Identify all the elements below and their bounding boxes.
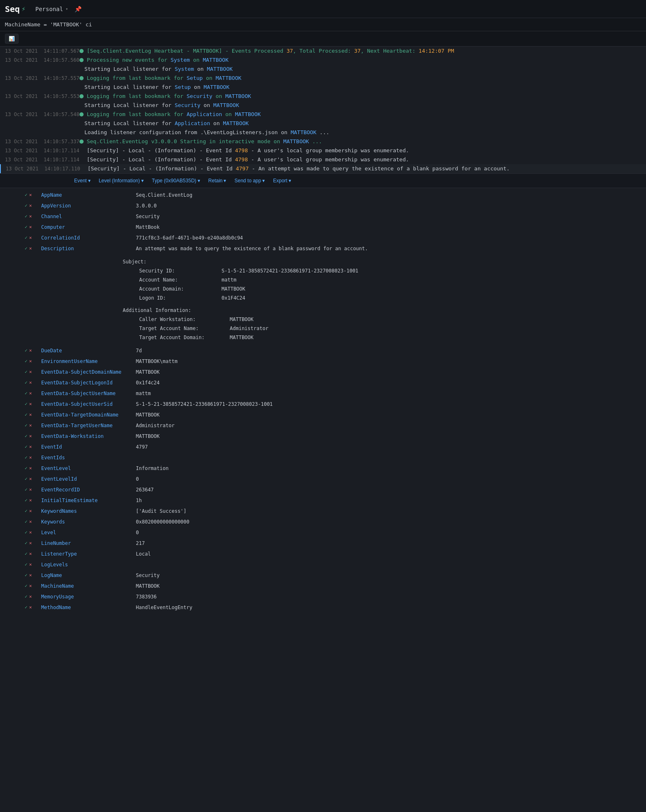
property-row[interactable]: ✓ ✕ EventLevel Information — [0, 463, 646, 474]
remove-icon[interactable]: ✕ — [29, 592, 32, 601]
remove-icon[interactable]: ✕ — [29, 201, 32, 210]
remove-icon[interactable]: ✕ — [29, 346, 32, 355]
remove-icon[interactable]: ✕ — [29, 233, 32, 242]
log-row[interactable]: 13 Oct 2021 14:10:57.553 Logging from la… — [0, 92, 646, 101]
log-row[interactable]: Starting Local listener for Setup on MAT… — [0, 83, 646, 92]
log-row[interactable]: 13 Oct 2021 14:10:57.548 Logging from la… — [0, 110, 646, 119]
remove-icon[interactable]: ✕ — [29, 244, 32, 253]
remove-icon[interactable]: ✕ — [29, 442, 32, 451]
property-row[interactable]: ✓ ✕ EventData-Workstation MATTBOOK — [0, 431, 646, 442]
property-row[interactable]: ✓ ✕ EventData-SubjectUserName mattm — [0, 388, 646, 399]
property-row[interactable]: ✓ ✕ Level 0 — [0, 527, 646, 538]
log-row-selected[interactable]: 13 Oct 2021 14:10:17.110 [Security] - Lo… — [0, 164, 646, 173]
remove-icon[interactable]: ✕ — [29, 212, 32, 221]
remove-icon[interactable]: ✕ — [29, 485, 32, 494]
property-row[interactable]: ✓ ✕ EventData-TargetDomainName MATTBOOK — [0, 409, 646, 420]
search-input[interactable] — [5, 21, 641, 28]
remove-icon[interactable]: ✕ — [29, 571, 32, 580]
property-row[interactable]: ✓ ✕ MemoryUsage 7383936 — [0, 591, 646, 602]
remove-icon[interactable]: ✕ — [29, 223, 32, 232]
log-row[interactable]: 13 Oct 2021 14:11:07.567 [Seq.Client.Eve… — [0, 47, 646, 56]
remove-icon[interactable]: ✕ — [29, 517, 32, 526]
property-row[interactable]: ✓ ✕ Description An attempt was made to q… — [0, 243, 646, 254]
export-button[interactable]: Export ▾ — [269, 176, 295, 185]
log-row[interactable]: Loading listener configuration from .\Ev… — [0, 128, 646, 137]
property-row[interactable]: ✓ ✕ MachineName MATTBOOK — [0, 581, 646, 591]
check-icon: ✓ — [25, 560, 28, 569]
property-row[interactable]: ✓ ✕ CorrelationId 771cf8c3-6adf-4671-be4… — [0, 233, 646, 243]
remove-icon[interactable]: ✕ — [29, 539, 32, 548]
check-icon: ✓ — [25, 368, 28, 377]
remove-icon[interactable]: ✕ — [29, 191, 32, 200]
send-to-app-button[interactable]: Send to app ▾ — [230, 176, 269, 185]
property-row[interactable]: ✓ ✕ DueDate 7d — [0, 345, 646, 356]
remove-icon[interactable]: ✕ — [29, 496, 32, 505]
remove-icon[interactable]: ✕ — [29, 560, 32, 569]
log-row[interactable]: 13 Oct 2021 14:10:57.557 Logging from la… — [0, 74, 646, 83]
remove-icon[interactable]: ✕ — [29, 378, 32, 387]
property-row[interactable]: ✓ ✕ EventData-TargetUserName Administrat… — [0, 420, 646, 431]
property-row[interactable]: ✓ ✕ EventId 4797 — [0, 442, 646, 452]
property-value: Security — [136, 571, 160, 580]
property-row[interactable]: ✓ ✕ EnvironmentUserName MATTBOOK\mattm — [0, 356, 646, 367]
level-filter-button[interactable]: Level (Information) ▾ — [95, 176, 148, 185]
remove-icon[interactable]: ✕ — [29, 528, 32, 537]
event-filter-button[interactable]: Event ▾ — [70, 176, 95, 185]
property-row[interactable]: ✓ ✕ EventData-SubjectUserSid S-1-5-21-38… — [0, 399, 646, 409]
workspace-selector[interactable]: Personal ▾ — [32, 4, 71, 14]
remove-icon[interactable]: ✕ — [29, 464, 32, 473]
chart-button[interactable]: 📊 — [5, 34, 19, 44]
retain-button[interactable]: Retain ▾ — [204, 176, 231, 185]
remove-icon[interactable]: ✕ — [29, 410, 32, 419]
property-row[interactable]: ✓ ✕ EventIds — [0, 452, 646, 463]
log-row[interactable]: 13 Oct 2021 14:10:17.114 [Security] - Lo… — [0, 155, 646, 164]
remove-icon[interactable]: ✕ — [29, 603, 32, 612]
remove-icon[interactable]: ✕ — [29, 400, 32, 409]
log-row[interactable]: Starting Local listener for Security on … — [0, 101, 646, 110]
remove-icon[interactable]: ✕ — [29, 453, 32, 462]
property-row[interactable]: ✓ ✕ AppName Seq.Client.EventLog — [0, 190, 646, 200]
property-row[interactable]: ✓ ✕ ListenerType Local — [0, 549, 646, 559]
pin-icon[interactable]: 📌 — [75, 6, 82, 12]
remove-icon[interactable]: ✕ — [29, 389, 32, 398]
remove-icon[interactable]: ✕ — [29, 368, 32, 377]
log-row[interactable]: 13 Oct 2021 14:10:57.560 Processing new … — [0, 56, 646, 65]
remove-icon[interactable]: ✕ — [29, 549, 32, 558]
property-row[interactable]: ✓ ✕ InitialTimeEstimate 1h — [0, 495, 646, 506]
property-row[interactable]: ✓ ✕ EventLevelId 0 — [0, 474, 646, 484]
log-message: Processing new events for System on MATT… — [87, 56, 641, 64]
property-value: MATTBOOK — [136, 432, 160, 441]
remove-icon[interactable]: ✕ — [29, 582, 32, 591]
type-filter-button[interactable]: Type (0x90AB535D) ▾ — [148, 176, 204, 185]
remove-icon[interactable]: ✕ — [29, 421, 32, 430]
remove-icon[interactable]: ✕ — [29, 432, 32, 441]
property-row[interactable]: ✓ ✕ LogLevels — [0, 559, 646, 570]
property-row[interactable]: ✓ ✕ LogName Security — [0, 570, 646, 581]
property-row[interactable]: ✓ ✕ MethodName HandleEventLogEntry — [0, 602, 646, 613]
property-row[interactable]: ✓ ✕ Channel Security — [0, 211, 646, 222]
log-row[interactable]: 13 Oct 2021 14:10:17.114 [Security] - Lo… — [0, 146, 646, 155]
log-row[interactable]: Starting Local listener for Application … — [0, 119, 646, 128]
property-row[interactable]: ✓ ✕ AppVersion 3.0.0.0 — [0, 200, 646, 211]
property-row[interactable]: ✓ ✕ KeywordNames ['Audit Success'] — [0, 506, 646, 517]
property-row[interactable]: ✓ ✕ EventRecordID 263647 — [0, 484, 646, 495]
property-name: InitialTimeEstimate — [41, 496, 136, 505]
property-row[interactable]: ✓ ✕ Keywords 0x8020000000000000 — [0, 517, 646, 527]
log-dot-icon — [79, 140, 84, 144]
log-area: 13 Oct 2021 14:11:07.567 [Seq.Client.Eve… — [0, 47, 646, 173]
property-row[interactable]: ✓ ✕ LineNumber 217 — [0, 538, 646, 549]
property-value: S-1-5-21-3858572421-2336861971-232700802… — [136, 400, 273, 409]
log-dot-icon — [79, 94, 84, 98]
remove-icon[interactable]: ✕ — [29, 475, 32, 484]
remove-icon[interactable]: ✕ — [29, 507, 32, 516]
chevron-down-icon: ▾ — [141, 178, 144, 184]
property-row[interactable]: ✓ ✕ Computer MattBook — [0, 222, 646, 233]
property-name: EventLevelId — [41, 475, 136, 484]
remove-icon[interactable]: ✕ — [29, 357, 32, 366]
log-row[interactable]: Starting Local listener for System on MA… — [0, 65, 646, 74]
level-label: Level (Information) — [99, 178, 140, 184]
log-row[interactable]: 13 Oct 2021 14:10:57.337 Seq.Client.Even… — [0, 137, 646, 146]
property-row[interactable]: ✓ ✕ EventData-SubjectDomainName MATTBOOK — [0, 367, 646, 377]
check-icon: ✓ — [25, 378, 28, 387]
property-row[interactable]: ✓ ✕ EventData-SubjectLogonId 0x1f4c24 — [0, 377, 646, 388]
